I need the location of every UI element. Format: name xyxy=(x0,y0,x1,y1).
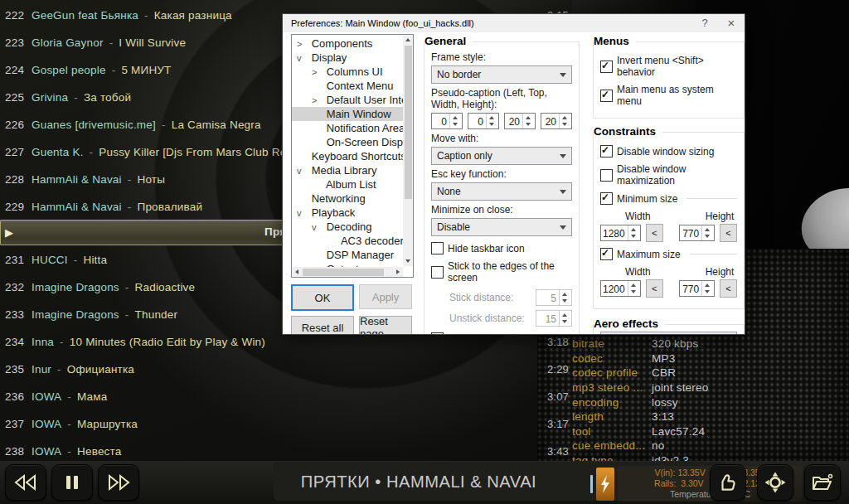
tree-item[interactable]: DSP Manager xyxy=(292,248,413,262)
minimum-size-checkbox[interactable]: Minimum size xyxy=(600,192,737,205)
spin-down-icon[interactable] xyxy=(560,121,571,128)
spin-up-icon[interactable] xyxy=(560,290,571,298)
playlist-row[interactable]: 237 IOWA - Маршрутка 3:17 xyxy=(0,410,572,438)
reset-all-button[interactable]: Reset all xyxy=(291,316,354,334)
playlist-row[interactable]: 236 IOWA - Мама 3:07 xyxy=(0,383,572,410)
close-button[interactable]: × xyxy=(718,14,745,32)
scroll-up-icon[interactable] xyxy=(405,38,410,41)
spin-up-icon[interactable] xyxy=(702,281,714,288)
spin-down-icon[interactable] xyxy=(523,121,535,128)
target-button[interactable] xyxy=(757,464,793,501)
hide-taskbar-checkbox[interactable]: Hide taskbar icon xyxy=(431,242,572,254)
spinner-arrows[interactable] xyxy=(559,114,571,128)
expand-glyph-icon[interactable]: v xyxy=(297,51,308,65)
spin-up-icon[interactable] xyxy=(702,225,714,233)
apply-button[interactable]: Apply xyxy=(359,284,412,309)
tree-item[interactable]: > Components xyxy=(292,36,413,51)
spinner-arrows[interactable] xyxy=(628,281,640,296)
tree-item[interactable]: Networking xyxy=(292,191,413,206)
minimize-on-close-select[interactable]: Disable xyxy=(431,218,572,236)
scroll-left-icon[interactable] xyxy=(295,269,298,274)
open-folder-button[interactable] xyxy=(804,464,841,501)
help-button[interactable]: ? xyxy=(691,14,718,32)
move-with-select[interactable]: Caption only xyxy=(431,147,572,165)
spin-down-icon[interactable] xyxy=(702,233,714,240)
tree-item[interactable]: Keyboard Shortcuts xyxy=(292,149,413,163)
expand-glyph-icon[interactable]: > xyxy=(312,65,323,80)
min-height-shrink-button[interactable]: < xyxy=(720,224,737,242)
expand-glyph-icon[interactable]: v xyxy=(297,164,308,178)
spin-down-icon[interactable] xyxy=(450,121,462,128)
maximum-size-checkbox[interactable]: Maximum size xyxy=(600,248,737,260)
spin-down-icon[interactable] xyxy=(628,288,640,296)
spinner-arrows[interactable] xyxy=(449,114,462,128)
spin-down-icon[interactable] xyxy=(628,233,640,240)
scroll-thumb[interactable] xyxy=(303,269,384,276)
spin-down-icon[interactable] xyxy=(487,121,498,128)
tree-vertical-scrollbar[interactable] xyxy=(403,35,413,266)
spinner-arrows[interactable] xyxy=(701,281,714,296)
spin-up-icon[interactable] xyxy=(628,281,640,288)
aero-preset-select[interactable]: Default xyxy=(600,332,737,334)
min-width-shrink-button[interactable]: < xyxy=(646,224,663,242)
invert-menu-checkbox[interactable]: Invert menu <Shift> behavior xyxy=(600,55,737,78)
spin-up-icon[interactable] xyxy=(450,114,462,121)
max-height-shrink-button[interactable]: < xyxy=(720,279,737,298)
spinner-arrows[interactable] xyxy=(522,114,535,128)
spin-down-icon[interactable] xyxy=(702,288,714,296)
pseudo-caption-spinner[interactable]: 0 xyxy=(468,113,499,129)
min-width-spinner[interactable]: 1280 xyxy=(600,225,641,241)
disable-maximization-checkbox[interactable]: Disable window maximization xyxy=(600,163,737,187)
spinner-arrows[interactable] xyxy=(628,225,640,240)
spinner-arrows[interactable] xyxy=(559,290,571,305)
disable-sizing-checkbox[interactable]: Disable window sizing xyxy=(600,145,737,158)
spin-up-icon[interactable] xyxy=(523,114,535,121)
scroll-right-icon[interactable] xyxy=(396,269,400,274)
max-height-spinner[interactable]: 770 xyxy=(679,280,715,297)
stick-edges-checkbox[interactable]: Stick to the edges of the screen xyxy=(431,260,572,284)
tree-item[interactable]: AC3 decoder xyxy=(292,234,413,248)
scroll-down-icon[interactable] xyxy=(405,259,410,263)
tree-item[interactable]: > Default User Interfa xyxy=(292,93,413,107)
spin-up-icon[interactable] xyxy=(628,225,640,233)
ok-button[interactable]: OK xyxy=(291,284,354,311)
spinner-arrows[interactable] xyxy=(559,311,571,326)
spinner-arrows[interactable] xyxy=(701,225,714,240)
tree-item[interactable]: On-Screen Display xyxy=(292,135,413,149)
tree-horizontal-scrollbar[interactable] xyxy=(292,267,403,277)
tree-item[interactable]: v Display xyxy=(292,51,413,65)
tree-item[interactable]: v Playback xyxy=(292,206,413,220)
pseudo-caption-spinner[interactable]: 0 xyxy=(431,113,463,129)
pseudo-caption-spinner[interactable]: 20 xyxy=(541,113,572,129)
spinner-arrows[interactable] xyxy=(486,114,498,128)
reset-page-button[interactable]: Reset page xyxy=(359,316,412,334)
previous-button[interactable] xyxy=(5,464,46,501)
pause-button[interactable] xyxy=(51,464,93,501)
tree-item[interactable]: Notification Area xyxy=(292,121,413,135)
tree-item[interactable]: Main Window xyxy=(292,107,413,121)
tree-item[interactable]: Context Menu xyxy=(292,79,413,93)
expand-glyph-icon[interactable]: v xyxy=(312,220,323,235)
unstick-distance-spinner[interactable]: 15 xyxy=(536,310,572,327)
spin-up-icon[interactable] xyxy=(560,114,571,121)
spin-up-icon[interactable] xyxy=(560,311,571,318)
like-button[interactable] xyxy=(710,464,746,501)
frame-style-select[interactable]: No border xyxy=(431,65,572,84)
tree-item[interactable]: v Decoding xyxy=(292,220,413,234)
scroll-thumb[interactable] xyxy=(405,46,412,199)
expand-glyph-icon[interactable]: > xyxy=(312,94,323,108)
tree-item[interactable]: Album List xyxy=(292,177,413,191)
custom-icon-checkbox[interactable]: Custom icon xyxy=(431,332,572,334)
esc-key-select[interactable]: None xyxy=(431,182,572,201)
dialog-titlebar[interactable]: Preferences: Main Window (foo_ui_hacks.d… xyxy=(283,14,745,32)
expand-glyph-icon[interactable]: v xyxy=(297,206,308,220)
spin-down-icon[interactable] xyxy=(560,298,571,305)
system-menu-checkbox[interactable]: Main menu as system menu xyxy=(600,84,737,107)
tree-item[interactable]: > Columns UI xyxy=(292,65,413,79)
spin-down-icon[interactable] xyxy=(560,318,571,326)
next-button[interactable] xyxy=(98,464,139,501)
stick-distance-spinner[interactable]: 5 xyxy=(536,289,572,306)
pseudo-caption-spinner[interactable]: 20 xyxy=(504,113,536,129)
tree-item[interactable]: v Media Library xyxy=(292,163,413,177)
spin-up-icon[interactable] xyxy=(487,114,498,121)
